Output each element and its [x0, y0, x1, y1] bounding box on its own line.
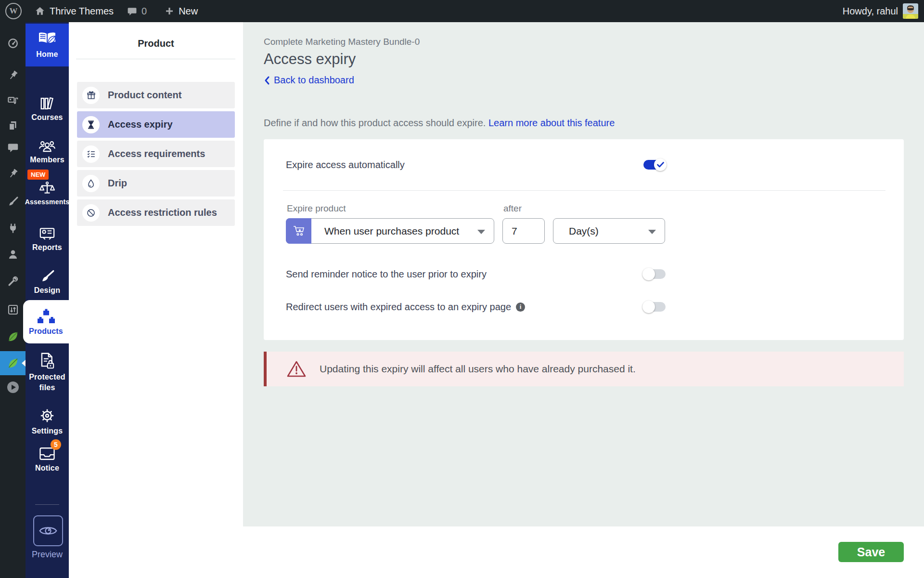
thrive-sidebar: Home Courses Members NEW Assessments	[26, 22, 69, 578]
page-description: Define if and how this product access sh…	[264, 118, 904, 129]
video-play-icon[interactable]	[0, 380, 26, 394]
site-menu[interactable]: Thrive Themes	[35, 6, 114, 17]
expiry-unit-select[interactable]: Day(s)	[553, 218, 665, 244]
media-camera-icon[interactable]	[0, 93, 26, 108]
learn-more-link[interactable]: Learn more about this feature	[488, 118, 615, 128]
sidebar-item-label: Courses	[31, 113, 63, 122]
wp-admin-strip	[0, 22, 26, 578]
reminder-toggle[interactable]	[643, 269, 666, 279]
notice-count-badge: 5	[51, 439, 61, 450]
new-menu[interactable]: New	[165, 6, 198, 17]
menu-item-product-content[interactable]: Product content	[77, 82, 235, 108]
expiry-unit-value: Day(s)	[569, 225, 599, 237]
books-icon	[39, 96, 55, 111]
back-to-dashboard-link[interactable]: Back to dashboard	[264, 75, 354, 86]
menu-item-label: Access restriction rules	[108, 207, 217, 218]
access-expiry-card: Expire access automatically Expire produ…	[264, 139, 904, 340]
sidebar-item-design[interactable]: Design	[26, 269, 69, 295]
sidebar-item-label: Protected files	[26, 372, 69, 393]
product-menu-panel: Product Product content Access expiry Ac…	[69, 22, 243, 578]
preview-label: Preview	[26, 550, 69, 560]
hourglass-icon	[82, 116, 100, 133]
sidebar-item-label: Reports	[32, 243, 62, 252]
avatar[interactable]	[903, 3, 918, 19]
eye-icon	[38, 524, 58, 538]
plugins-plug-icon[interactable]	[0, 221, 26, 236]
appearance-brush-icon[interactable]	[0, 195, 26, 209]
thrive-leaf-icon[interactable]	[0, 329, 26, 344]
redirect-toggle[interactable]	[643, 302, 666, 312]
card-divider	[283, 190, 886, 191]
water-drop-icon	[82, 175, 100, 192]
report-chart-icon	[39, 226, 55, 241]
panel-divider	[76, 59, 235, 59]
expire-product-label: Expire product	[287, 203, 494, 214]
redirect-label: Redirect users with expired access to an…	[286, 302, 511, 313]
sidebar-item-label: Home	[36, 50, 58, 59]
toggle-knob	[642, 301, 655, 313]
expiry-days-input[interactable]	[502, 218, 545, 244]
toggle-knob	[654, 158, 667, 171]
sidebar-item-home[interactable]: Home	[26, 24, 69, 66]
sidebar-item-members[interactable]: Members	[26, 139, 69, 164]
sidebar-divider	[35, 504, 59, 505]
info-icon[interactable]: i	[516, 302, 525, 312]
people-group-icon	[38, 139, 56, 153]
sidebar-item-notice[interactable]: Notice	[26, 446, 69, 473]
users-person-icon[interactable]	[0, 247, 26, 262]
tools-wrench-icon[interactable]	[0, 274, 26, 289]
expire-access-toggle[interactable]	[643, 160, 666, 170]
howdy-greeting[interactable]: Howdy, rahul	[843, 6, 898, 17]
sliders-box-icon[interactable]	[0, 302, 26, 317]
gear-icon	[38, 407, 56, 424]
new-label: New	[179, 6, 198, 17]
after-label: after	[503, 203, 665, 214]
sidebar-item-preview[interactable]	[33, 515, 63, 546]
balance-scale-icon	[38, 181, 56, 196]
avatar-image	[903, 3, 918, 19]
wordpress-logo-icon[interactable]: W	[5, 3, 22, 19]
thrive-active-item[interactable]	[0, 351, 26, 375]
thrive-book-logo-icon	[38, 31, 57, 48]
pushpin-icon[interactable]	[0, 68, 26, 83]
document-lock-icon	[38, 352, 56, 369]
back-link-label: Back to dashboard	[274, 75, 354, 86]
checklist-icon	[82, 145, 100, 163]
sidebar-item-courses[interactable]: Courses	[26, 96, 69, 122]
sidebar-item-label: Design	[34, 286, 61, 295]
breadcrumb: Complete Marketing Mastery Bundle-0	[264, 37, 904, 47]
menu-item-label: Drip	[108, 178, 127, 189]
warning-text: Updating this expiry will affect all use…	[320, 363, 636, 375]
comments-menu[interactable]: 0	[127, 6, 147, 17]
sidebar-item-assessments[interactable]: Assessments	[26, 181, 69, 206]
sidebar-item-reports[interactable]: Reports	[26, 226, 69, 252]
plus-icon	[165, 6, 174, 16]
sidebar-item-products[interactable]: Products	[23, 300, 69, 343]
menu-item-drip[interactable]: Drip	[77, 170, 235, 197]
toggle-knob	[642, 268, 655, 280]
site-name: Thrive Themes	[50, 6, 114, 17]
chevron-down-icon	[477, 230, 485, 234]
menu-item-access-expiry[interactable]: Access expiry	[77, 111, 235, 138]
no-entry-icon	[82, 204, 100, 222]
menu-item-label: Access requirements	[108, 148, 205, 159]
check-icon	[657, 162, 664, 168]
menu-item-access-requirements[interactable]: Access requirements	[77, 141, 235, 167]
sidebar-item-label: Settings	[32, 427, 63, 435]
pages-icon[interactable]	[0, 118, 26, 133]
home-icon	[35, 6, 45, 16]
menu-item-access-restriction-rules[interactable]: Access restriction rules	[77, 199, 235, 226]
cart-icon	[286, 218, 311, 244]
description-text: Define if and how this product access sh…	[264, 118, 486, 128]
sidebar-item-settings[interactable]: Settings	[26, 407, 69, 435]
pushpin-icon[interactable]	[0, 167, 26, 181]
sidebar-item-protected-files[interactable]: Protected files	[26, 352, 69, 393]
menu-item-label: Access expiry	[108, 119, 173, 130]
expire-product-select[interactable]: When user purchases product	[286, 218, 494, 244]
comments-bubble-icon[interactable]	[0, 141, 26, 155]
save-button[interactable]: Save	[838, 542, 904, 562]
dashboard-gauge-icon[interactable]	[0, 36, 26, 51]
page-title: Access expiry	[264, 51, 904, 68]
new-badge: NEW	[27, 170, 49, 180]
comments-count: 0	[141, 6, 147, 17]
